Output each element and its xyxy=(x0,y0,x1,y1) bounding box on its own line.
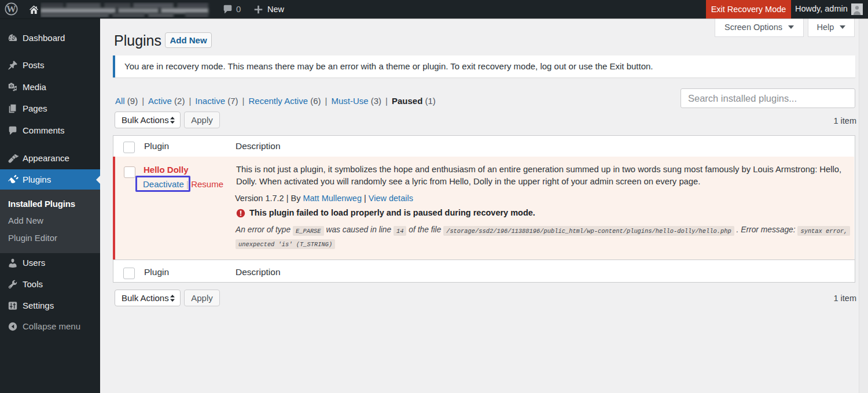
svg-text:W: W xyxy=(6,3,16,14)
